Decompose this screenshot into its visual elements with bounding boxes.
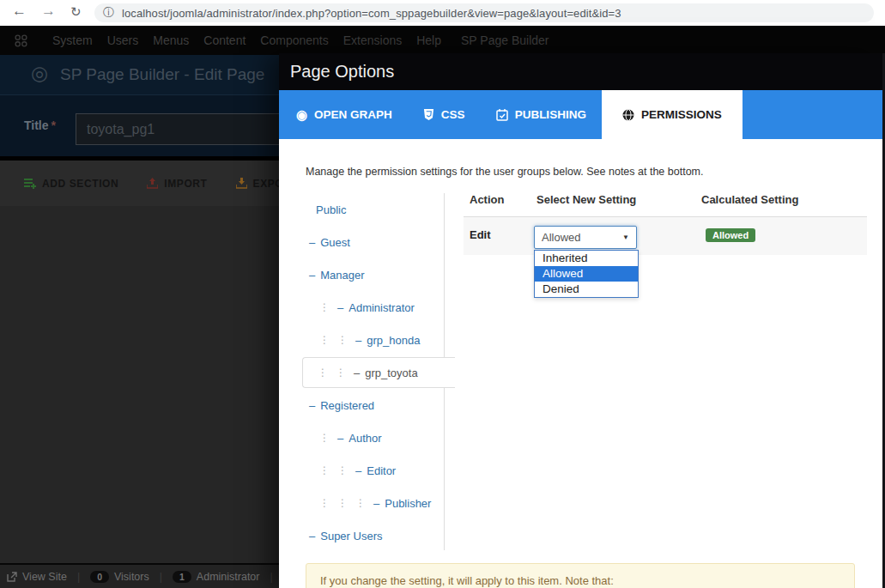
tree-dash: – (354, 367, 360, 379)
tree-depth-marker: ⋮ (319, 301, 337, 313)
tab-css[interactable]: CSS (408, 90, 481, 139)
tree-dash: – (309, 236, 315, 249)
export-icon (236, 178, 247, 189)
page-title: SP Page Builder - Edit Page (60, 65, 264, 84)
required-marker: * (52, 118, 56, 132)
group-item-administrator[interactable]: ⋮ – Administrator (305, 291, 445, 324)
separator: | (77, 571, 80, 583)
administrator-counter[interactable]: 1 Administrator (173, 571, 259, 583)
permissions-notice: If you change the setting, it will apply… (306, 563, 855, 588)
calculated-setting-badge: Allowed (706, 228, 755, 242)
browser-forward-icon[interactable]: → (41, 3, 56, 20)
setting-select[interactable]: Allowed ▼ (534, 226, 637, 249)
header-calculated-setting: Calculated Setting (701, 193, 798, 216)
browser-back-icon[interactable]: ← (12, 3, 27, 20)
permissions-table: Action Select New Setting Calculated Set… (464, 193, 867, 255)
menu-item-components[interactable]: Components (260, 33, 328, 47)
tree-depth-marker: ⋮ (337, 464, 355, 476)
group-item-author[interactable]: ⋮ – Author (305, 421, 445, 454)
separator: | (270, 571, 272, 583)
page-builder-icon: ◎ (31, 62, 48, 85)
tree-depth-marker: ⋮ (319, 432, 337, 444)
add-section-icon (24, 178, 36, 189)
table-row: Edit Allowed ▼ Allowed (464, 217, 867, 255)
menu-item-help[interactable]: Help (416, 33, 441, 47)
group-item-registered[interactable]: – Registered (305, 389, 445, 421)
external-link-icon (7, 572, 17, 582)
menu-item-system[interactable]: System (52, 33, 93, 47)
address-bar[interactable]: ⓘ localhost/joomla/administrator/index.p… (94, 3, 874, 22)
tree-dash: – (373, 497, 379, 510)
tree-depth-marker: ⋮ (319, 334, 337, 346)
group-item-manager[interactable]: – Manager (305, 258, 445, 291)
tree-dash: – (337, 432, 343, 445)
url-text: localhost/joomla/administrator/index.php… (122, 7, 621, 20)
setting-dropdown-list: Inherited Allowed Denied (534, 250, 639, 298)
tree-depth-marker: ⋮ (337, 334, 355, 346)
menu-item-extensions[interactable]: Extensions (343, 33, 402, 47)
globe-icon (622, 109, 634, 121)
group-item-public[interactable]: Public (305, 193, 445, 226)
admin-count-badge: 1 (173, 571, 191, 583)
admin-menu-bar: System Users Menus Content Components Ex… (0, 26, 885, 55)
header-select-new-setting: Select New Setting (536, 193, 701, 216)
chevron-down-icon: ▼ (622, 233, 629, 241)
modal-header: Page Options (279, 53, 885, 90)
tree-dash: – (309, 269, 315, 282)
tab-open-graph[interactable]: ◉ OPEN GRAPH (281, 90, 408, 139)
page-options-modal: Page Options ◉ OPEN GRAPH CSS PUBLISHING (279, 53, 885, 588)
joomla-logo-icon (14, 33, 28, 48)
group-item-publisher[interactable]: ⋮ ⋮ ⋮ – Publisher (305, 487, 445, 519)
tree-dash: – (309, 530, 315, 543)
menu-item-content[interactable]: Content (203, 33, 245, 47)
title-field-label: Title* (24, 118, 56, 132)
menu-item-menus[interactable]: Menus (153, 33, 189, 47)
tree-dash: – (337, 301, 343, 314)
permissions-intro-text: Manage the permission settings for the u… (306, 166, 703, 178)
info-icon[interactable]: ⓘ (103, 5, 114, 21)
tree-depth-marker: ⋮ (355, 497, 373, 509)
menu-item-users[interactable]: Users (107, 33, 139, 47)
modal-body: Manage the permission settings for the u… (279, 139, 885, 588)
browser-chrome: ← → ↻ ⓘ localhost/joomla/administrator/i… (0, 0, 885, 26)
tree-depth-marker: ⋮ (319, 464, 337, 476)
tree-dash: – (355, 464, 361, 477)
tree-depth-marker: ⋮ (318, 367, 336, 379)
tab-permissions[interactable]: PERMISSIONS (602, 90, 743, 139)
tree-depth-marker: ⋮ (337, 497, 355, 509)
action-label: Edit (470, 228, 491, 241)
visitors-counter[interactable]: 0 Visitors (90, 571, 149, 583)
group-item-super-users[interactable]: – Super Users (305, 519, 445, 552)
option-inherited[interactable]: Inherited (535, 251, 638, 266)
modal-tabs: ◉ OPEN GRAPH CSS PUBLISHING PERMISSIONS (279, 90, 885, 139)
separator: | (160, 571, 162, 583)
import-button[interactable]: IMPORT (147, 178, 207, 190)
group-item-guest[interactable]: – Guest (305, 226, 445, 258)
view-site-link[interactable]: View Site (7, 571, 67, 583)
group-item-grp-honda[interactable]: ⋮ ⋮ – grp_honda (305, 324, 445, 356)
visitors-count-badge: 0 (90, 571, 109, 583)
tree-dash: – (355, 334, 361, 347)
user-group-list: Public – Guest – Manager ⋮ – Administrat… (305, 193, 445, 552)
css-shield-icon (423, 108, 434, 121)
screen: ← → ↻ ⓘ localhost/joomla/administrator/i… (0, 0, 885, 588)
table-header-row: Action Select New Setting Calculated Set… (464, 193, 867, 217)
open-graph-icon: ◉ (296, 108, 307, 121)
option-allowed[interactable]: Allowed (535, 266, 638, 282)
browser-reload-icon[interactable]: ↻ (70, 4, 82, 20)
tab-publishing[interactable]: PUBLISHING (481, 90, 602, 139)
tree-depth-marker: ⋮ (336, 367, 354, 379)
modal-title: Page Options (290, 62, 394, 82)
header-action: Action (464, 193, 536, 216)
group-item-grp-toyota[interactable]: ⋮ ⋮ – grp_toyota (302, 357, 455, 388)
menu-item-sp-page-builder[interactable]: SP Page Builder (461, 33, 549, 47)
import-icon (147, 178, 158, 189)
tree-dash: – (309, 399, 315, 412)
option-denied[interactable]: Denied (535, 282, 638, 297)
add-section-button[interactable]: ADD SECTION (24, 178, 118, 190)
calendar-check-icon (496, 109, 508, 121)
group-item-editor[interactable]: ⋮ ⋮ – Editor (305, 454, 445, 487)
tree-depth-marker: ⋮ (319, 497, 337, 509)
